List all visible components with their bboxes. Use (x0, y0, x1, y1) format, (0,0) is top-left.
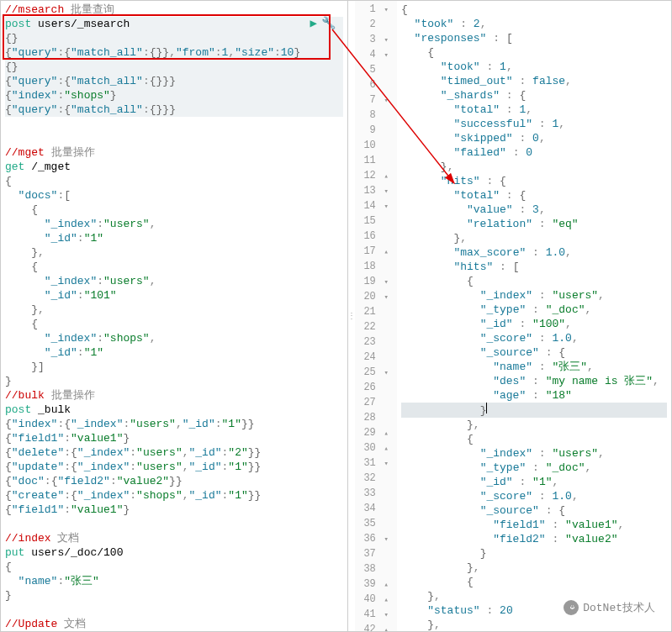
request-line[interactable]: //msearch 批量查询 (5, 3, 343, 17)
request-line[interactable]: post _bulk (5, 403, 343, 417)
response-line: "_shards" : { (401, 88, 667, 103)
request-line[interactable]: { (5, 174, 343, 188)
request-line[interactable]: {"update":{"_index":"users","_id":"1"}} (5, 460, 343, 474)
response-line: "field1" : "value1", (401, 518, 667, 532)
response-line: "name" : "张三", (401, 360, 667, 374)
request-line[interactable]: {"index":"shops"} (5, 88, 343, 103)
response-line: }, (401, 160, 667, 174)
settings-icon[interactable]: 🔧 (321, 16, 336, 30)
request-line[interactable]: } (5, 374, 343, 388)
request-line[interactable]: {"query":{"match_all":{}}} (5, 103, 343, 117)
request-line[interactable]: post users/_msearch (5, 17, 343, 31)
request-line[interactable]: //index 文档 (5, 531, 343, 545)
request-line[interactable]: {"field1":"value1"} (5, 431, 343, 445)
response-line: "des" : "my name is 张三", (401, 374, 667, 388)
response-line: "total" : { (401, 188, 667, 203)
response-line: "hits" : [ (401, 260, 667, 274)
response-line: "age" : "18" (401, 388, 667, 403)
request-line[interactable]: } (5, 588, 343, 603)
response-line: { (401, 432, 667, 446)
response-line: "field2" : "value2" (401, 532, 667, 546)
request-line[interactable]: { (5, 560, 343, 574)
request-line[interactable]: "docs":[ (5, 188, 343, 203)
response-line: "_index" : "users", (401, 288, 667, 303)
response-line: }, (401, 618, 667, 631)
response-line: "_id" : "1", (401, 475, 667, 489)
run-icon[interactable]: ▶ (310, 16, 317, 30)
request-line[interactable]: "_id":"101" (5, 288, 343, 303)
response-line: "max_score" : 1.0, (401, 245, 667, 260)
wechat-icon: မ (564, 600, 579, 615)
request-line[interactable]: "_index":"shops", (5, 331, 343, 345)
request-line[interactable]: //Update 文档 (5, 617, 343, 631)
request-line[interactable]: }, (5, 245, 343, 260)
response-line: "_index" : "users", (401, 446, 667, 461)
response-line: "skipped" : 0, (401, 131, 667, 145)
watermark: မ DotNet技术人 (564, 600, 655, 615)
response-line: "value" : 3, (401, 203, 667, 217)
response-line: "_type" : "_doc", (401, 303, 667, 317)
response-line: { (401, 45, 667, 60)
response-line: "_id" : "100", (401, 317, 667, 331)
request-editor[interactable]: ▶ 🔧 //msearch 批量查询post users/_msearch{}{… (1, 1, 348, 631)
request-line[interactable] (5, 131, 343, 145)
request-line[interactable]: }, (5, 303, 343, 317)
request-line[interactable]: //bulk 批量操作 (5, 388, 343, 403)
request-line[interactable]: "name":"张三" (5, 574, 343, 588)
response-line: }, (401, 561, 667, 575)
request-line[interactable]: {} (5, 60, 343, 74)
request-line[interactable]: {"delete":{"_index":"users","_id":"2"}} (5, 445, 343, 460)
response-line: }, (401, 231, 667, 245)
response-line: "took" : 1, (401, 60, 667, 74)
pane-resize-handle[interactable]: ⋮ (348, 1, 355, 631)
response-line: "successful" : 1, (401, 117, 667, 131)
response-line: { (401, 3, 667, 17)
response-line: }, (401, 418, 667, 432)
response-line: "_source" : { (401, 503, 667, 518)
request-line[interactable]: {"create":{"_index":"shops","_id":"1"}} (5, 488, 343, 503)
response-viewer[interactable]: 1 ▾2 3 ▾4 ▾5 6 7 ▾8 9 10 11 12 ▴13 ▾14 ▾… (355, 1, 671, 631)
response-line: "_type" : "_doc", (401, 461, 667, 475)
request-line[interactable]: { (5, 260, 343, 274)
request-line[interactable] (5, 517, 343, 531)
request-line[interactable]: "_index":"users", (5, 274, 343, 288)
request-line[interactable]: //mget 批量操作 (5, 145, 343, 160)
request-line[interactable]: "_id":"1" (5, 231, 343, 245)
response-line: { (401, 274, 667, 288)
request-line[interactable]: { (5, 317, 343, 331)
request-line[interactable]: "_index":"users", (5, 217, 343, 231)
response-line: "timed_out" : false, (401, 74, 667, 88)
request-line[interactable] (5, 117, 343, 131)
request-line[interactable]: "_id":"1" (5, 345, 343, 360)
response-line: "total" : 1, (401, 103, 667, 117)
request-line[interactable] (5, 603, 343, 617)
request-line[interactable]: {"field1":"value1"} (5, 503, 343, 517)
response-line: "took" : 2, (401, 17, 667, 31)
response-line: } (401, 403, 667, 418)
request-line[interactable]: {"doc":{"field2":"value2"}} (5, 474, 343, 488)
response-line: "_score" : 1.0, (401, 489, 667, 503)
request-line[interactable]: { (5, 203, 343, 217)
response-line: { (401, 575, 667, 589)
response-line: } (401, 546, 667, 561)
request-line[interactable]: get /_mget (5, 160, 343, 174)
response-line: "_source" : { (401, 345, 667, 360)
request-line[interactable]: put users/_doc/100 (5, 545, 343, 560)
request-line[interactable]: {"query":{"match_all":{}}} (5, 74, 343, 88)
line-number-gutter: 1 ▾2 3 ▾4 ▾5 6 7 ▾8 9 10 11 12 ▴13 ▾14 ▾… (355, 1, 397, 631)
editor-container: ▶ 🔧 //msearch 批量查询post users/_msearch{}{… (0, 0, 672, 632)
response-line: "failed" : 0 (401, 145, 667, 160)
request-line[interactable]: {"query":{"match_all":{}},"from":1,"size… (5, 45, 343, 60)
response-line: "responses" : [ (401, 31, 667, 45)
response-line: "relation" : "eq" (401, 217, 667, 231)
request-line[interactable]: {"index":{"_index":"users","_id":"1"}} (5, 417, 343, 431)
request-line[interactable]: {} (5, 31, 343, 45)
response-line: "hits" : { (401, 174, 667, 188)
request-line[interactable]: }] (5, 360, 343, 374)
response-line: "_score" : 1.0, (401, 331, 667, 345)
